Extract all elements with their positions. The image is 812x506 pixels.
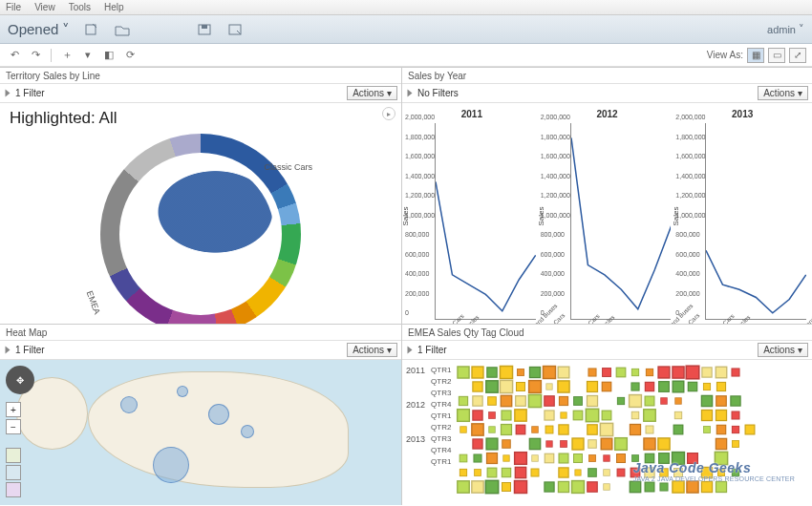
tagcloud-cell[interactable] bbox=[616, 368, 627, 378]
tagcloud-cell[interactable] bbox=[575, 470, 582, 476]
tagcloud-cell[interactable] bbox=[588, 439, 598, 449]
tagcloud-cell[interactable] bbox=[686, 366, 700, 380]
tagcloud-cell[interactable] bbox=[572, 437, 585, 450]
tagcloud-cell[interactable] bbox=[602, 368, 611, 377]
layer-button[interactable] bbox=[6, 482, 21, 497]
tagcloud-cell[interactable] bbox=[673, 425, 684, 435]
user-menu[interactable]: admin ˅ bbox=[767, 23, 804, 35]
tagcloud-cell[interactable] bbox=[474, 454, 482, 463]
expand-icon[interactable]: ▸ bbox=[382, 107, 395, 120]
tagcloud-cell[interactable] bbox=[745, 425, 756, 435]
tagcloud-cell[interactable] bbox=[701, 395, 714, 408]
tagcloud-cell[interactable] bbox=[658, 381, 670, 392]
tagcloud-cell[interactable] bbox=[558, 481, 569, 493]
undo-icon[interactable]: ↶ bbox=[6, 47, 23, 64]
tagcloud-cell[interactable] bbox=[716, 425, 727, 435]
tagcloud-cell[interactable] bbox=[732, 411, 740, 420]
tagcloud-cell[interactable] bbox=[531, 469, 540, 477]
map-bubble[interactable] bbox=[120, 396, 138, 413]
tagcloud-cell[interactable] bbox=[629, 394, 642, 408]
year-chart[interactable]: 20120200,000400,000600,000800,0001,000,0… bbox=[542, 109, 673, 322]
actions-button[interactable]: Actions▾ bbox=[758, 86, 808, 100]
tagcloud-cell[interactable] bbox=[559, 424, 569, 434]
tagcloud-cell[interactable] bbox=[587, 395, 598, 407]
tagcloud-cell[interactable] bbox=[475, 469, 482, 476]
tagcloud-cell[interactable] bbox=[571, 480, 585, 494]
filter-toggle[interactable]: 1 Filter bbox=[4, 345, 45, 355]
tagcloud-cell[interactable] bbox=[486, 453, 498, 464]
tagcloud-cell[interactable] bbox=[500, 366, 514, 380]
tagcloud-cell[interactable] bbox=[528, 394, 543, 409]
tagcloud-cell[interactable] bbox=[546, 383, 553, 390]
tagcloud-cell[interactable] bbox=[502, 468, 511, 477]
map-bubble[interactable] bbox=[153, 447, 189, 483]
tagcloud-cell[interactable] bbox=[732, 369, 740, 377]
tagcloud-cell[interactable] bbox=[661, 397, 668, 404]
tagcloud-cell[interactable] bbox=[732, 440, 739, 448]
tagcloud-cell[interactable] bbox=[514, 480, 527, 494]
menu-file[interactable]: File bbox=[6, 2, 21, 12]
tagcloud-cell[interactable] bbox=[501, 424, 512, 435]
tagcloud-cell[interactable] bbox=[631, 411, 639, 419]
add-icon[interactable]: ＋ bbox=[58, 47, 75, 64]
tagcloud-cell[interactable] bbox=[602, 382, 612, 392]
tagcloud-cell[interactable] bbox=[703, 383, 711, 390]
tagcloud-cell[interactable] bbox=[645, 382, 654, 391]
layout-icon[interactable]: ◧ bbox=[100, 47, 118, 64]
menu-tools[interactable]: Tools bbox=[69, 2, 91, 12]
redo-icon[interactable]: ↷ bbox=[27, 47, 44, 64]
tagcloud-cell[interactable] bbox=[459, 396, 468, 406]
tagcloud-cell[interactable] bbox=[588, 454, 596, 462]
tagcloud-cell[interactable] bbox=[558, 367, 570, 379]
tagcloud-cell[interactable] bbox=[588, 468, 598, 477]
tagcloud-cell[interactable] bbox=[502, 439, 512, 449]
tagcloud-cell[interactable] bbox=[515, 467, 527, 479]
new-doc-icon[interactable] bbox=[83, 22, 100, 37]
tagcloud-cell[interactable] bbox=[673, 381, 685, 393]
tagcloud-cell[interactable] bbox=[658, 366, 671, 378]
tagcloud-cell[interactable] bbox=[604, 469, 610, 475]
tagcloud-cell[interactable] bbox=[586, 409, 600, 423]
tagcloud-cell[interactable] bbox=[532, 454, 539, 461]
tagcloud-cell[interactable] bbox=[486, 437, 499, 450]
tagcloud-cell[interactable] bbox=[600, 423, 614, 437]
tagcloud-cell[interactable] bbox=[631, 382, 640, 390]
tagcloud-cell[interactable] bbox=[545, 481, 555, 492]
tagcloud-cell[interactable] bbox=[716, 395, 728, 407]
tagcloud-cell[interactable] bbox=[716, 481, 727, 493]
tagcloud-cell[interactable] bbox=[459, 469, 467, 476]
tagcloud-cell[interactable] bbox=[515, 395, 526, 407]
tagcloud-cell[interactable] bbox=[503, 454, 510, 461]
tagcloud-cell[interactable] bbox=[674, 411, 682, 419]
tagcloud-cell[interactable] bbox=[559, 467, 569, 477]
menu-view[interactable]: View bbox=[34, 2, 55, 12]
tagcloud-cell[interactable] bbox=[460, 426, 467, 432]
tagcloud-cell[interactable] bbox=[516, 425, 526, 435]
map-pan-control[interactable]: ✥ bbox=[6, 366, 34, 394]
tagcloud-cell[interactable] bbox=[489, 411, 497, 419]
actions-button[interactable]: Actions▾ bbox=[347, 86, 397, 100]
tagcloud-cell[interactable] bbox=[616, 453, 626, 463]
view-grid-icon[interactable]: ▦ bbox=[747, 48, 764, 63]
tagcloud-cell[interactable] bbox=[561, 411, 567, 418]
tagcloud-cell[interactable] bbox=[546, 440, 553, 447]
tagcloud-cell[interactable] bbox=[472, 480, 485, 494]
tagcloud-cell[interactable] bbox=[588, 481, 599, 493]
tagcloud-cell[interactable] bbox=[515, 409, 528, 422]
tagcloud-cell[interactable] bbox=[673, 366, 686, 379]
view-single-icon[interactable]: ▭ bbox=[768, 48, 785, 63]
tagcloud-cell[interactable] bbox=[658, 437, 672, 451]
tagcloud-cell[interactable] bbox=[485, 380, 499, 393]
tagcloud-cell[interactable] bbox=[630, 481, 642, 494]
tagcloud-cell[interactable] bbox=[516, 382, 525, 391]
tagcloud-cell[interactable] bbox=[587, 381, 598, 392]
map-bubble[interactable] bbox=[208, 404, 229, 425]
tagcloud-cell[interactable] bbox=[604, 454, 610, 461]
tagcloud-cell[interactable] bbox=[716, 367, 728, 379]
chord-chart[interactable]: Classic Cars APAC EMEA bbox=[100, 134, 301, 324]
tagcloud-cell[interactable] bbox=[716, 410, 727, 421]
tagcloud-cell[interactable] bbox=[545, 395, 556, 407]
tagcloud-cell[interactable] bbox=[561, 440, 568, 448]
tagcloud-cell[interactable] bbox=[517, 369, 524, 376]
tagcloud-cell[interactable] bbox=[558, 380, 571, 393]
